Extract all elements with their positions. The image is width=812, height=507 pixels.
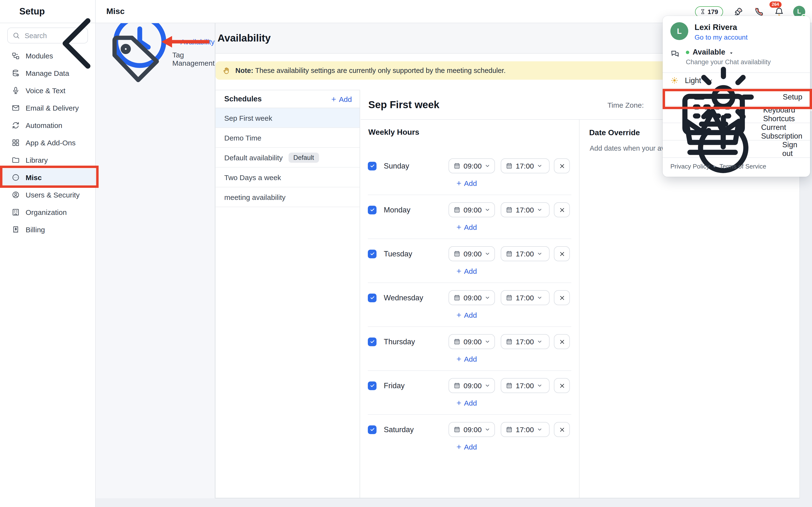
rocket-icon[interactable] [733,7,743,16]
menu-item-sign-out[interactable]: Sign out [663,140,810,157]
day-checkbox[interactable] [368,249,376,258]
day-label: Tuesday [384,249,441,258]
chevron-down-icon [537,295,542,300]
folder-icon [12,156,20,164]
add-time-button[interactable]: Add [456,179,477,187]
chat-icon [670,49,679,58]
sidebar-item-email-delivery[interactable]: Email & Delivery [0,99,95,116]
day-checkbox[interactable] [368,162,376,170]
start-time-select[interactable]: 09:00 [449,202,495,217]
user-menu-profile: L Lexi Rivera Go to my account [663,16,810,45]
avatar: L [670,22,688,40]
calendar-icon [453,426,461,433]
check-icon [369,207,375,213]
sidebar-item-billing[interactable]: Billing [0,221,95,238]
privacy-policy-link[interactable]: Privacy Policy [670,163,710,170]
schedule-name: Two Days a week [224,173,281,181]
chevron-down-icon [485,251,490,257]
end-time-select[interactable]: 17:00 [501,378,550,393]
day-checkbox[interactable] [368,337,376,346]
remove-time-button[interactable] [554,290,570,305]
day-label: Wednesday [384,293,441,302]
weekly-hours-section: Weekly Hours Sunday 09:00 [361,120,579,498]
plus-icon [456,224,462,230]
terms-of-service-link[interactable]: Terms of Service [719,163,766,170]
schedule-name: meeting availability [224,193,286,201]
schedule-list-item-two-days-a-week[interactable]: Two Days a week [215,168,360,187]
sidebar-item-library[interactable]: Library [0,151,95,169]
chevron-down-icon [485,163,490,169]
add-time-button[interactable]: Add [456,311,477,319]
timezone-label: Time Zone: [607,90,644,120]
add-time-button[interactable]: Add [456,223,477,231]
check-icon [369,339,375,344]
day-checkbox[interactable] [368,293,376,302]
day-checkbox[interactable] [368,425,376,434]
sidebar-item-misc[interactable]: Misc [0,169,95,186]
plus-icon [456,268,462,274]
phone-disabled-icon[interactable] [754,7,763,16]
chevron-down-icon [485,427,490,432]
schedules-title: Schedules [224,95,331,103]
app-header: Setup [0,0,96,23]
end-time-select[interactable]: 17:00 [501,334,550,349]
end-time-select[interactable]: 17:00 [501,158,550,173]
day-label: Thursday [384,337,441,346]
day-row-wednesday: Wednesday 09:00 17:00 [361,290,579,334]
schedule-list-item-meeting-availability[interactable]: meeting availability [215,187,360,207]
column-divider [579,120,579,498]
sidebar-item-users-security[interactable]: Users & Security [0,186,95,203]
remove-time-button[interactable] [554,378,570,393]
user-name: Lexi Rivera [695,22,748,32]
chevron-down-icon [537,383,542,388]
schedules-panel: Schedules Add Sep First week Demo Time D… [215,90,360,498]
sidebar-item-label: Billing [26,225,45,233]
notifications-bell-icon[interactable]: 264 [774,7,784,16]
close-icon [558,250,565,257]
schedule-list-item-default-availability[interactable]: Default availability Default [215,148,360,168]
end-time-select[interactable]: 17:00 [501,202,550,217]
day-checkbox[interactable] [368,206,376,214]
remove-time-button[interactable] [554,202,570,217]
schedule-list-item-demo-time[interactable]: Demo Time [215,128,360,148]
sidebar-item-organization[interactable]: Organization [0,203,95,221]
end-time-select[interactable]: 17:00 [501,246,550,261]
day-checkbox[interactable] [368,381,376,390]
schedule-list-item-sep-first-week[interactable]: Sep First week [215,108,360,128]
remove-time-button[interactable] [554,246,570,261]
timer-pill[interactable]: 179 [695,6,723,17]
back-icon[interactable] [6,7,15,16]
subnav: Availability Tag Management [96,23,215,498]
start-time-select[interactable]: 09:00 [449,334,495,349]
add-time-button[interactable]: Add [456,267,477,275]
add-time-button[interactable]: Add [456,443,477,451]
day-label: Saturday [384,425,441,434]
ellipsis-circle-icon [12,173,20,181]
plus-icon [456,400,462,406]
start-time-select[interactable]: 09:00 [449,422,495,437]
close-icon [558,382,565,389]
chevron-down-icon [485,383,490,388]
sidebar-item-automation[interactable]: Automation [0,116,95,134]
start-time-select[interactable]: 09:00 [449,290,495,305]
start-time-select[interactable]: 09:00 [449,246,495,261]
schedule-detail-title: Sep First week [368,90,439,120]
add-schedule-button[interactable]: Add [331,95,352,103]
sidebar-item-voice-text[interactable]: Voice & Text [0,81,95,99]
account-link[interactable]: Go to my account [695,33,748,41]
add-time-button[interactable]: Add [456,355,477,363]
menu-item-label: Sign out [782,140,802,158]
start-time-select[interactable]: 09:00 [449,158,495,173]
sidebar-item-app-add-ons[interactable]: App & Add-Ons [0,134,95,151]
remove-time-button[interactable] [554,422,570,437]
end-time-select[interactable]: 17:00 [501,422,550,437]
start-time-select[interactable]: 09:00 [449,378,495,393]
end-time-select[interactable]: 17:00 [501,290,550,305]
remove-time-button[interactable] [554,334,570,349]
chat-status-toggle[interactable]: Available [686,48,771,56]
sidebar-item-label: App & Add-Ons [26,138,75,147]
check-icon [369,427,375,432]
add-time-button[interactable]: Add [456,399,477,407]
check-icon [369,251,375,257]
remove-time-button[interactable] [554,158,570,173]
